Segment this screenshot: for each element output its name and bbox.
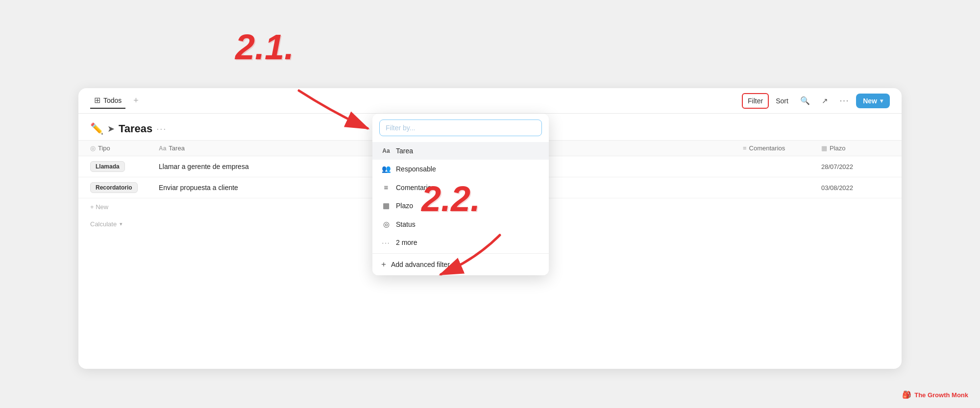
status-filter-label: Status	[396, 220, 416, 228]
col-header-tarea: Aa Tarea	[159, 144, 306, 152]
brand-icon: 🎒	[902, 390, 911, 399]
plazo-header-icon: ▦	[821, 144, 827, 152]
tarea-filter-icon: Aa	[381, 147, 391, 154]
col-header-comentarios: ≡ Comentarios	[743, 144, 821, 152]
status-filter-icon: ◎	[381, 220, 391, 229]
table-icon: ⊞	[94, 96, 100, 105]
badge-recordatorio: Recordatorio	[90, 182, 138, 193]
tab-add-button[interactable]: +	[129, 94, 143, 108]
title-arrow: ➤	[107, 123, 115, 134]
tipo-header-label: Tipo	[98, 144, 110, 152]
tarea-filter-label: Tarea	[396, 147, 413, 155]
advanced-filter-label: Add advanced filter	[391, 261, 450, 268]
more-icon: ···	[840, 96, 849, 105]
more-button[interactable]: ···	[835, 94, 854, 108]
advanced-filter-plus-icon: +	[381, 260, 386, 269]
col-header-tipo: ◎ Tipo	[90, 144, 159, 152]
comentarios-filter-icon: ≡	[381, 183, 391, 192]
comentarios-header-label: Comentarios	[749, 144, 785, 152]
td-plazo-1: 28/07/2022	[821, 163, 890, 170]
td-plazo-2: 03/08/2022	[821, 184, 890, 192]
tipo-header-icon: ◎	[90, 144, 96, 152]
new-row-label: + New	[90, 203, 108, 211]
plazo-filter-icon: ▦	[381, 201, 391, 210]
td-tipo-2: Recordatorio	[90, 182, 159, 193]
sort-button[interactable]: Sort	[771, 94, 793, 108]
more-filter-label: 2 more	[396, 239, 417, 246]
comentarios-header-icon: ≡	[743, 144, 747, 152]
toolbar-right: Filter Sort 🔍 ↗ ··· New ▾	[742, 93, 890, 109]
filter-list: Aa Tarea 👥 Responsable ≡ Comentarios ▦ P…	[372, 140, 549, 251]
brand-watermark: 🎒 The Growth Monk	[902, 390, 968, 399]
tarea-header-icon: Aa	[159, 145, 166, 152]
responsable-filter-label: Responsable	[396, 165, 436, 173]
td-tipo-1: Llamada	[90, 161, 159, 172]
comentarios-filter-label: Comentarios	[396, 184, 435, 192]
filter-dropdown: Aa Tarea 👥 Responsable ≡ Comentarios ▦ P…	[372, 114, 549, 275]
responsable-filter-icon: 👥	[381, 165, 391, 173]
filter-item-comentarios[interactable]: ≡ Comentarios	[372, 178, 549, 196]
filter-item-responsable[interactable]: 👥 Responsable	[372, 160, 549, 178]
page-title: Tareas	[119, 122, 152, 135]
new-button[interactable]: New ▾	[856, 94, 890, 108]
badge-llamada: Llamada	[90, 161, 125, 172]
calc-label: Calculate	[90, 220, 117, 228]
search-button[interactable]: 🔍	[795, 93, 815, 108]
annotation-21-label: 2.1.	[235, 29, 294, 65]
calc-arrow: ▾	[120, 221, 122, 227]
filter-item-plazo[interactable]: ▦ Plazo	[372, 196, 549, 215]
more-filter-icon: ···	[381, 239, 391, 246]
new-label: New	[863, 97, 877, 105]
tab-todos-label: Todos	[103, 96, 122, 104]
tarea-header-label: Tarea	[169, 144, 185, 152]
tab-bar: ⊞ Todos + Filter Sort 🔍 ↗ ··· New ▾	[78, 88, 902, 114]
filter-item-status[interactable]: ◎ Status	[372, 215, 549, 234]
search-icon: 🔍	[800, 96, 810, 105]
filter-search-input[interactable]	[379, 120, 542, 136]
filter-button[interactable]: Filter	[742, 93, 769, 109]
filter-item-tarea[interactable]: Aa Tarea	[372, 142, 549, 160]
add-advanced-filter-row[interactable]: + Add advanced filter	[372, 253, 549, 275]
td-tarea-2: Enviar propuesta a cliente	[159, 184, 306, 192]
td-tarea-1: Llamar a gerente de empresa	[159, 163, 306, 170]
page-title-dots[interactable]: ···	[156, 124, 167, 134]
filter-search-wrap	[372, 114, 549, 140]
new-dropdown-arrow: ▾	[880, 97, 883, 104]
plazo-header-label: Plazo	[830, 144, 846, 152]
filter-item-more[interactable]: ··· 2 more	[372, 234, 549, 251]
link-button[interactable]: ↗	[817, 94, 833, 108]
title-emoji: ✏️	[90, 122, 103, 135]
main-card: ⊞ Todos + Filter Sort 🔍 ↗ ··· New ▾ ✏️ ➤	[78, 88, 902, 369]
link-icon: ↗	[822, 96, 828, 105]
plazo-filter-label: Plazo	[396, 202, 413, 210]
tab-todos[interactable]: ⊞ Todos	[90, 93, 125, 109]
col-header-plazo: ▦ Plazo	[821, 144, 890, 152]
brand-name: The Growth Monk	[914, 391, 968, 399]
